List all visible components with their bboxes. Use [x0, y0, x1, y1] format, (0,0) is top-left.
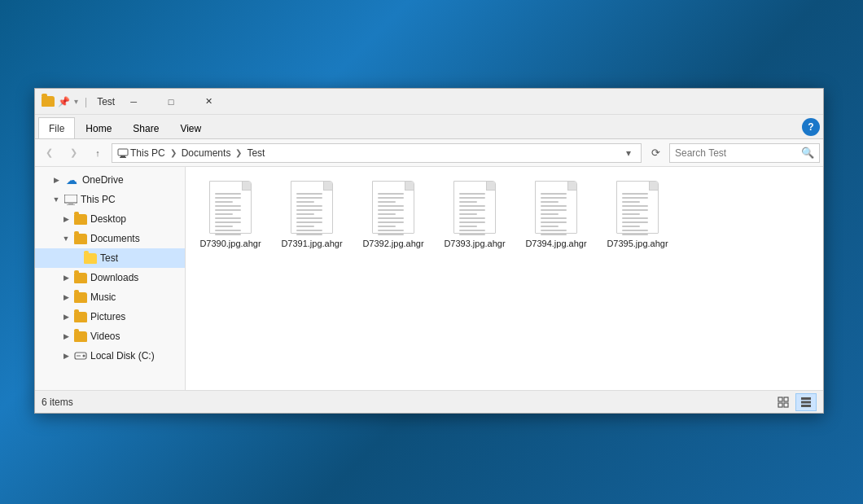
file-name-4: D7394.jpg.ahgr: [525, 238, 586, 249]
sidebar-item-thispc[interactable]: ▼ This PC: [35, 190, 185, 209]
file-item-4[interactable]: D7394.jpg.ahgr: [519, 175, 593, 253]
sidebar-item-music[interactable]: ▶ Music: [35, 287, 185, 307]
help-button[interactable]: ?: [802, 118, 820, 136]
expand-arrow-thispc: ▼: [51, 195, 61, 204]
sidebar-item-desktop[interactable]: ▶ Desktop: [35, 209, 185, 229]
search-box[interactable]: 🔍: [669, 143, 820, 163]
expand-arrow-localdisk: ▶: [61, 352, 71, 360]
file-area: D7390.jpg.ahgr D7391.jpg.ahgr: [186, 167, 823, 390]
refresh-button[interactable]: ⟳: [645, 143, 666, 163]
svg-rect-11: [778, 403, 782, 407]
file-item-0[interactable]: D7390.jpg.ahgr: [194, 175, 267, 253]
folder-icon-title: [42, 96, 55, 107]
status-bar: 6 items: [35, 390, 823, 413]
back-button[interactable]: ❮: [38, 143, 59, 163]
file-item-1[interactable]: D7391.jpg.ahgr: [275, 175, 348, 253]
thispc-icon: [117, 147, 129, 159]
item-count: 6 items: [42, 397, 73, 408]
expand-arrow-videos: ▶: [61, 332, 71, 340]
sidebar-item-onedrive[interactable]: ▶ ☁ OneDrive: [35, 170, 185, 190]
svg-rect-13: [801, 397, 811, 400]
close-button[interactable]: ✕: [190, 89, 227, 115]
sidebar-item-downloads[interactable]: ▶ Downloads: [35, 268, 185, 287]
file-name-5: D7395.jpg.ahgr: [607, 238, 668, 249]
pc-icon: [64, 194, 77, 205]
minimize-button[interactable]: ─: [115, 89, 152, 115]
expand-arrow-documents: ▼: [61, 234, 71, 243]
titlebar-divider: |: [85, 96, 87, 107]
folder-icon-downloads: [74, 273, 87, 283]
sidebar-label-documents: Documents: [90, 233, 140, 244]
svg-rect-4: [68, 203, 73, 204]
breadcrumb-item-thispc: This PC: [117, 147, 165, 159]
expand-arrow-desktop: ▶: [61, 215, 71, 223]
expand-arrow-music: ▶: [61, 293, 71, 301]
sidebar-label-localdisk: Local Disk (C:): [90, 350, 155, 362]
file-name-0: D7390.jpg.ahgr: [199, 238, 261, 249]
breadcrumb-sep2: ❯: [235, 148, 242, 157]
titlebar: 📌 ▾ | Test ─ □ ✕: [35, 89, 823, 115]
sidebar-item-videos[interactable]: ▶ Videos: [35, 327, 185, 346]
expand-arrow-onedrive: ▶: [51, 176, 61, 184]
file-icon-3: [450, 179, 499, 236]
tab-share[interactable]: Share: [122, 117, 169, 138]
view-buttons: [773, 393, 817, 411]
sidebar-label-videos: Videos: [90, 331, 120, 342]
breadcrumb-sep1: ❯: [170, 148, 177, 157]
tab-file[interactable]: File: [38, 117, 75, 138]
svg-rect-10: [784, 397, 788, 401]
sidebar-item-test[interactable]: Test: [35, 248, 185, 268]
address-bar: ❮ ❯ ↑ This PC ❯ Documents ❯ Test ▾ ⟳ 🔍: [35, 139, 823, 167]
file-icon-5: [613, 179, 662, 236]
address-box[interactable]: This PC ❯ Documents ❯ Test ▾: [112, 143, 642, 163]
breadcrumb-test: Test: [247, 147, 265, 159]
file-icon-4: [532, 179, 580, 236]
svg-rect-12: [784, 403, 788, 407]
view-btn-grid[interactable]: [773, 393, 794, 411]
folder-icon-documents: [74, 234, 87, 244]
search-icon[interactable]: 🔍: [801, 147, 814, 159]
file-icon-2: [369, 179, 418, 236]
breadcrumb-item-documents: Documents: [182, 147, 231, 159]
sidebar-label-pictures: Pictures: [90, 311, 125, 322]
main-area: ▶ ☁ OneDrive ▼ This PC ▶ Desktop ▼: [35, 167, 823, 390]
tab-view[interactable]: View: [169, 117, 212, 138]
sidebar-label-music: Music: [90, 291, 116, 303]
up-button[interactable]: ↑: [87, 143, 108, 163]
folder-icon-videos: [74, 331, 87, 342]
file-explorer-window: 📌 ▾ | Test ─ □ ✕ File Home Share View ? …: [34, 88, 824, 414]
window-title: Test: [97, 96, 115, 107]
sidebar-item-localdisk[interactable]: ▶ Local Disk (C:): [35, 346, 185, 366]
sidebar-item-pictures[interactable]: ▶ Pictures: [35, 307, 185, 327]
folder-icon-test: [84, 253, 97, 264]
view-btn-list[interactable]: [795, 393, 817, 411]
file-item-2[interactable]: D7392.jpg.ahgr: [357, 175, 430, 253]
grid-view-icon: [778, 397, 789, 408]
window-controls: ─ □ ✕: [115, 89, 227, 115]
sidebar-label-onedrive: OneDrive: [82, 174, 124, 186]
svg-rect-2: [120, 157, 126, 158]
address-dropdown-arrow[interactable]: ▾: [621, 147, 636, 159]
sidebar-label-desktop: Desktop: [90, 213, 126, 225]
svg-rect-9: [778, 397, 782, 401]
maximize-button[interactable]: □: [152, 89, 190, 115]
svg-point-7: [83, 355, 85, 357]
svg-rect-15: [801, 405, 811, 407]
sidebar-label-downloads: Downloads: [90, 272, 138, 283]
breadcrumb-item-test: Test: [247, 147, 265, 159]
file-item-5[interactable]: D7395.jpg.ahgr: [601, 175, 674, 253]
list-view-icon: [800, 397, 812, 408]
file-name-2: D7392.jpg.ahgr: [362, 238, 423, 249]
folder-icon-music: [74, 292, 87, 303]
svg-rect-3: [64, 195, 77, 203]
sidebar: ▶ ☁ OneDrive ▼ This PC ▶ Desktop ▼: [35, 167, 186, 390]
ribbon-tabs: File Home Share View ?: [35, 115, 823, 139]
svg-rect-14: [801, 401, 811, 403]
search-input[interactable]: [675, 147, 798, 159]
tab-home[interactable]: Home: [75, 117, 122, 138]
sidebar-item-documents[interactable]: ▼ Documents: [35, 229, 185, 248]
file-item-3[interactable]: D7393.jpg.ahgr: [438, 175, 511, 253]
title-separator: ▾: [74, 97, 78, 106]
breadcrumb-documents: Documents: [182, 147, 231, 159]
forward-button[interactable]: ❯: [63, 143, 84, 163]
